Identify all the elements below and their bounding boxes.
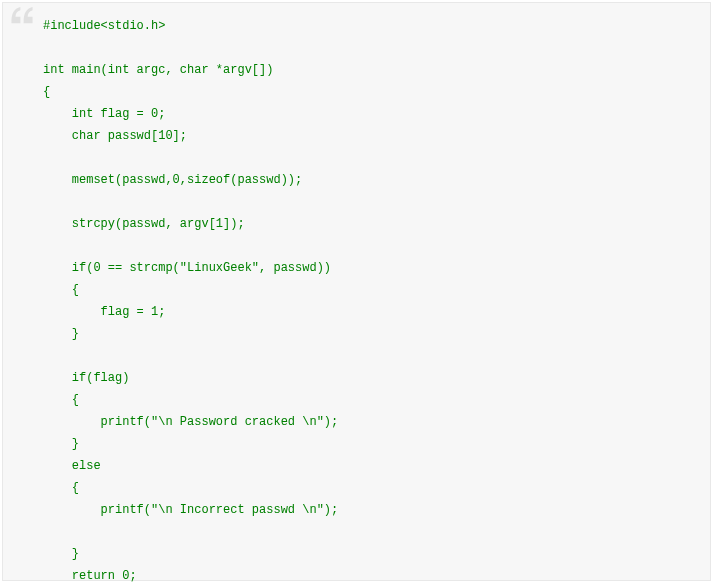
source-code: #include<stdio.h> int main(int argc, cha… — [43, 15, 696, 583]
code-block-container: #include<stdio.h> int main(int argc, cha… — [2, 2, 711, 581]
blockquote-icon — [9, 5, 35, 29]
